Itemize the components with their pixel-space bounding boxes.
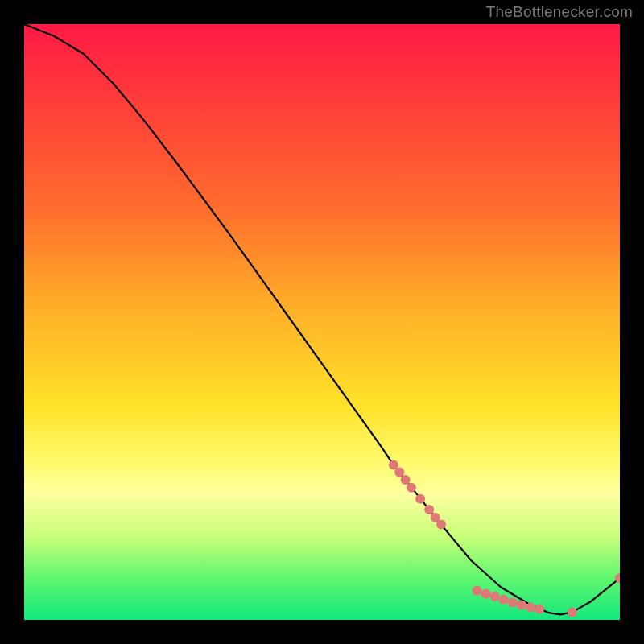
chart-svg	[24, 24, 620, 620]
attribution-label: TheBottlenecker.com	[486, 3, 633, 21]
marker-group	[389, 460, 620, 617]
data-marker	[508, 598, 518, 608]
data-marker	[394, 468, 404, 477]
data-marker	[436, 520, 446, 530]
chart-frame: TheBottlenecker.com	[0, 0, 644, 644]
data-marker	[407, 483, 416, 493]
plot-area	[24, 24, 620, 620]
data-marker	[499, 595, 509, 605]
data-marker	[424, 505, 434, 514]
data-marker	[526, 603, 535, 613]
data-marker	[472, 586, 481, 596]
data-marker	[401, 475, 411, 485]
bottleneck-curve	[24, 24, 620, 614]
data-marker	[535, 605, 544, 614]
data-marker	[415, 494, 425, 504]
data-marker	[517, 601, 526, 610]
data-marker	[481, 588, 491, 598]
data-marker	[568, 607, 577, 617]
data-marker	[490, 592, 500, 601]
